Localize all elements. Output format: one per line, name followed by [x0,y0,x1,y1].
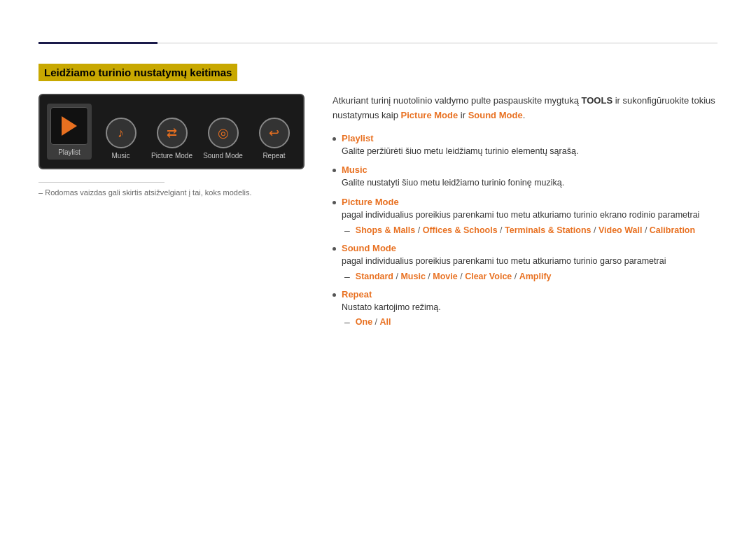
bullet-dot-playlist [332,137,336,141]
bullet-dot-music [332,169,336,172]
note-content: Rodomas vaizdas gali skirtis atsižvelgia… [45,188,251,197]
feature-list: Playlist Galite peržiūrėti šiuo metu lei… [332,133,718,328]
sub-dash-picture: – [344,225,350,236]
intro-paragraph: Atkuriant turinį nuotolinio valdymo pult… [332,94,718,123]
bullet-content-sound-mode: Sound Mode pagal individualius poreikius… [342,243,718,282]
list-item-playlist: Playlist Galite peržiūrėti šiuo metu lei… [332,133,718,158]
sound-icon: ◎ [218,125,229,141]
picture-mode-desc: pagal individualius poreikius parenkami … [342,210,699,220]
note-dash: – [38,188,45,197]
section-title: Leidžiamo turinio nustatymų keitimas [38,64,237,81]
bullet-dot-picture-mode [332,201,336,204]
music-label: Music [111,152,130,160]
toolbar-sound-mode[interactable]: ◎ Sound Mode [201,118,245,160]
left-panel: Playlist ♪ Music ⇄ Picture Mode [38,94,304,197]
repeat-options: – One / All [342,316,718,328]
play-triangle-icon [62,116,77,136]
music-desc: Galite nustatyti šiuo metu leidžiamo tur… [342,178,564,188]
repeat-option-item: – One / All [342,316,718,328]
toolbar-music[interactable]: ♪ Music [99,118,143,160]
offices-schools-link: Offices & Schools [423,225,498,235]
repeat-title: Repeat [342,289,718,300]
toolbar-playlist[interactable]: Playlist [47,104,92,160]
sound-mode-desc: pagal individualius poreikius parenkami … [342,256,666,266]
toolbar-repeat[interactable]: ↩ Repeat [252,118,296,160]
music-sound-link: Music [400,272,425,281]
shops-malls-link: Shops & Malls [356,225,415,235]
standard-link: Standard [356,272,393,281]
picture-mode-title: Picture Mode [342,197,718,207]
list-item-music: Music Galite nustatyti šiuo metu leidžia… [332,164,718,190]
calibration-link: Calibration [650,225,695,235]
sound-mode-icon-circle: ◎ [208,118,239,148]
picture-mode-link: Picture Mode [401,110,458,120]
bullet-content-picture-mode: Picture Mode pagal individualius poreiki… [342,197,718,236]
picture-icon: ⇄ [167,125,177,141]
picture-mode-label: Picture Mode [151,152,192,160]
intro-end: . [523,110,526,120]
clear-voice-link: Clear Voice [465,272,512,281]
terminals-stations-link: Terminals & Stations [505,225,591,235]
music-icon: ♪ [118,126,124,141]
sound-mode-options: – Standard / Music / Movie / Clear Voice… [342,271,718,282]
repeat-desc: Nustato kartojimo režimą. [342,302,441,312]
repeat-label: Repeat [262,152,285,160]
page-container: Leidžiamo turinio nustatymų keitimas Pla… [0,0,756,363]
left-divider [38,182,164,183]
repeat-option-values: One / All [356,317,391,327]
sub-dash-sound: – [344,271,350,282]
bullet-dot-repeat [332,293,336,297]
one-link: One [356,317,372,327]
sound-mode-option-item: – Standard / Music / Movie / Clear Voice… [342,271,718,282]
intro-before-tools: Atkuriant turinį nuotolinio valdymo pult… [332,95,582,106]
all-link: All [380,317,391,327]
top-lines [38,42,718,44]
picture-mode-option-values: Shops & Malls / Offices & Schools / Term… [356,225,695,235]
intro-ir: ir [458,110,468,120]
sub-dash-repeat: – [344,316,350,328]
sound-mode-option-values: Standard / Music / Movie / Clear Voice /… [356,272,552,281]
playlist-icon [50,107,88,145]
list-item-picture-mode: Picture Mode pagal individualius poreiki… [332,197,718,236]
list-item-repeat: Repeat Nustato kartojimo režimą. – One /… [332,289,718,328]
sound-mode-title: Sound Mode [342,243,718,253]
repeat-icon-circle: ↩ [259,118,290,148]
bullet-dot-sound-mode [332,247,336,251]
sound-mode-label: Sound Mode [203,152,243,160]
note-text: – Rodomas vaizdas gali skirtis atsižvelg… [38,188,304,197]
main-content: Playlist ♪ Music ⇄ Picture Mode [38,94,718,335]
movie-link: Movie [433,272,457,281]
music-icon-circle: ♪ [106,118,136,148]
tools-label: TOOLS [582,95,613,106]
top-line-accent [38,42,158,44]
picture-mode-option-item: – Shops & Malls / Offices & Schools / Te… [342,225,718,236]
bullet-content-music: Music Galite nustatyti šiuo metu leidžia… [342,164,718,190]
picture-mode-icon-circle: ⇄ [157,118,188,148]
music-title: Music [342,164,718,175]
picture-mode-options: – Shops & Malls / Offices & Schools / Te… [342,225,718,236]
right-panel: Atkuriant turinį nuotolinio valdymo pult… [332,94,718,335]
playlist-desc: Galite peržiūrėti šiuo metu leidžiamų tu… [342,146,578,156]
device-toolbar: Playlist ♪ Music ⇄ Picture Mode [38,94,304,169]
video-wall-link: Video Wall [598,225,643,235]
toolbar-picture-mode[interactable]: ⇄ Picture Mode [150,118,194,160]
playlist-label: Playlist [58,148,80,156]
list-item-sound-mode: Sound Mode pagal individualius poreikius… [332,243,718,282]
repeat-icon: ↩ [269,125,279,141]
top-line-separator [158,43,718,43]
bullet-content-playlist: Playlist Galite peržiūrėti šiuo metu lei… [342,133,718,158]
sound-mode-link: Sound Mode [468,110,523,120]
playlist-title: Playlist [342,133,718,143]
amplify-link: Amplify [519,272,552,281]
bullet-content-repeat: Repeat Nustato kartojimo režimą. – One /… [342,289,718,328]
